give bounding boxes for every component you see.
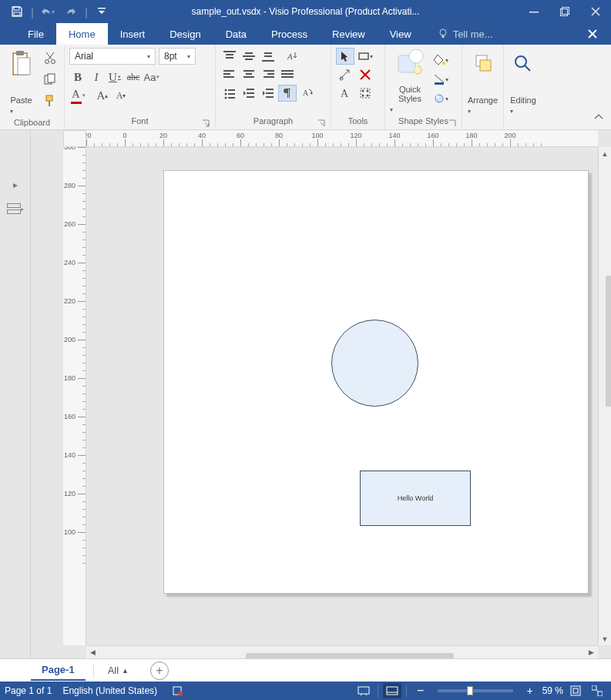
tell-me-search[interactable]: Tell me... xyxy=(438,23,493,45)
zoom-thumb[interactable] xyxy=(467,686,473,695)
fit-to-window-icon[interactable] xyxy=(566,683,585,698)
decrease-indent-button[interactable] xyxy=(240,85,258,102)
canvas-viewport[interactable]: Hello World xyxy=(86,147,598,645)
line-button[interactable]: ▾ xyxy=(433,71,453,88)
rectangle-tool-button[interactable]: ▾ xyxy=(356,48,374,65)
rectangle-shape[interactable]: Hello World xyxy=(360,471,471,526)
shapes-pane-icon[interactable]: ▸ xyxy=(6,199,25,218)
zoom-percent-label[interactable]: 59 % xyxy=(542,685,563,696)
svg-rect-16 xyxy=(49,101,50,106)
scroll-right-icon[interactable]: ▶ xyxy=(585,646,598,659)
align-left-button[interactable] xyxy=(220,66,239,83)
align-center-button[interactable] xyxy=(240,66,258,83)
italic-button[interactable]: I xyxy=(88,69,105,85)
circle-shape[interactable] xyxy=(331,320,418,407)
tab-view[interactable]: View xyxy=(378,23,424,45)
svg-rect-32 xyxy=(243,76,254,78)
cut-icon[interactable] xyxy=(41,49,59,66)
font-name-dropdown[interactable]: Arial▾ xyxy=(69,48,156,65)
tab-file[interactable]: File xyxy=(15,23,56,45)
tab-process[interactable]: Process xyxy=(259,23,320,45)
strikethrough-button[interactable]: abc xyxy=(125,69,142,85)
format-painter-icon[interactable] xyxy=(41,92,59,109)
shapestyles-group-label: Shape Styles xyxy=(398,116,448,126)
redo-icon[interactable] xyxy=(60,1,82,22)
quick-styles-button[interactable]: Quick Styles▾ xyxy=(390,48,430,114)
shapestyles-launcher-icon[interactable] xyxy=(448,117,457,126)
add-page-button[interactable]: + xyxy=(150,661,169,680)
change-case-button[interactable]: Aa xyxy=(143,69,160,85)
vertical-scrollbar[interactable]: ▲ ▼ xyxy=(598,147,611,645)
decrease-font-button[interactable]: A▾ xyxy=(112,87,129,104)
fill-button[interactable]: ▾ xyxy=(433,52,453,69)
svg-rect-38 xyxy=(281,76,294,78)
text-tool-button[interactable]: A xyxy=(336,85,354,102)
horizontal-scrollbar[interactable]: ◀ ▶ xyxy=(86,645,598,658)
effects-button[interactable]: ▾ xyxy=(433,90,453,107)
justify-button[interactable] xyxy=(278,66,297,83)
paragraph-marks-button[interactable] xyxy=(278,85,297,102)
macro-record-icon[interactable] xyxy=(168,683,186,698)
svg-rect-68 xyxy=(7,204,20,208)
paragraph-launcher-icon[interactable] xyxy=(317,117,326,126)
restore-icon[interactable] xyxy=(549,0,580,23)
language-label[interactable]: English (United States) xyxy=(62,685,157,696)
copy-icon[interactable] xyxy=(41,71,59,88)
increase-indent-button[interactable] xyxy=(259,85,277,102)
zoom-in-button[interactable]: + xyxy=(521,683,539,698)
scroll-down-icon[interactable]: ▼ xyxy=(599,632,612,645)
shapes-pane-expand-icon[interactable]: ▸ xyxy=(12,176,19,193)
tab-home[interactable]: Home xyxy=(56,23,108,45)
all-pages-button[interactable]: All▲ xyxy=(102,665,135,676)
paste-label: Paste xyxy=(10,95,32,105)
close-icon[interactable] xyxy=(580,0,611,23)
zoom-slider[interactable] xyxy=(438,689,513,692)
zoom-out-button[interactable]: − xyxy=(411,683,430,698)
pan-zoom-window-icon[interactable] xyxy=(588,683,606,698)
vertical-ruler[interactable]: 300280260240220200180160140120100 xyxy=(63,147,86,645)
paste-button[interactable]: Paste▾ xyxy=(5,48,38,116)
increase-font-button[interactable]: A▴ xyxy=(94,87,111,104)
hscroll-thumb[interactable] xyxy=(246,653,454,658)
page-tab-1[interactable]: Page-1 xyxy=(31,660,86,681)
connector-tool-button[interactable] xyxy=(336,66,354,83)
align-top-button[interactable] xyxy=(220,48,239,65)
connection-point-button[interactable] xyxy=(356,66,374,83)
horizontal-ruler[interactable]: -20020406080100120140160180200 xyxy=(63,130,598,147)
align-right-button[interactable] xyxy=(259,66,277,83)
font-color-button[interactable]: A xyxy=(69,87,86,104)
bullets-button[interactable] xyxy=(220,85,239,102)
font-size-dropdown[interactable]: 8pt▾ xyxy=(159,48,196,65)
tab-insert[interactable]: Insert xyxy=(108,23,158,45)
bold-button[interactable]: B xyxy=(69,69,86,85)
svg-rect-52 xyxy=(359,53,368,59)
arrange-button[interactable]: Arrange▾ xyxy=(467,48,499,116)
scroll-left-icon[interactable]: ◀ xyxy=(86,646,99,659)
scroll-up-icon[interactable]: ▲ xyxy=(599,147,612,160)
svg-point-58 xyxy=(362,95,364,97)
svg-rect-31 xyxy=(246,73,252,75)
font-launcher-icon[interactable] xyxy=(201,117,210,126)
qat-customize-icon[interactable] xyxy=(91,1,112,22)
svg-rect-24 xyxy=(264,55,272,57)
page-count-label[interactable]: Page 1 of 1 xyxy=(5,685,52,696)
tab-review[interactable]: Review xyxy=(320,23,378,45)
save-icon[interactable] xyxy=(6,1,28,22)
text-direction-button[interactable]: A xyxy=(284,48,302,65)
rotate-text-button[interactable]: A xyxy=(297,85,316,102)
pointer-tool-button[interactable] xyxy=(336,48,354,65)
align-middle-button[interactable] xyxy=(240,48,258,65)
ribbon-close-icon[interactable] xyxy=(582,23,603,45)
tab-design[interactable]: Design xyxy=(157,23,213,45)
collapse-ribbon-icon[interactable] xyxy=(594,112,606,125)
tab-data[interactable]: Data xyxy=(213,23,259,45)
editing-button[interactable]: Editing▾ xyxy=(509,48,538,116)
underline-button[interactable]: U xyxy=(106,69,123,85)
minimize-icon[interactable] xyxy=(519,0,549,23)
align-bottom-button[interactable] xyxy=(259,48,277,65)
vscroll-thumb[interactable] xyxy=(606,276,611,407)
presentation-mode-icon[interactable] xyxy=(354,683,373,698)
normal-view-icon[interactable] xyxy=(383,683,401,698)
ink-tool-button[interactable] xyxy=(356,85,374,102)
undo-icon[interactable]: ▾ xyxy=(37,1,59,22)
